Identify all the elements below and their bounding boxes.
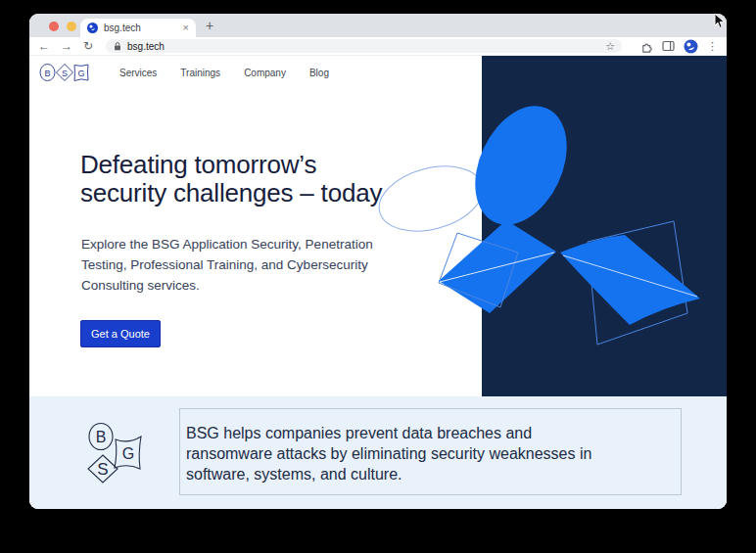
tab-title: bsg.tech <box>104 23 183 33</box>
address-bar[interactable]: bsg.tech ☆ <box>106 39 622 53</box>
nav-link-company[interactable]: Company <box>244 68 286 78</box>
back-icon[interactable]: ← <box>38 40 50 52</box>
screenshot-root: { "browser": { "tab_title": "bsg.tech", … <box>0 0 756 553</box>
browser-window: bsg.tech × + ← → ↻ bsg.tech ☆ <box>29 14 727 509</box>
minimize-window-button[interactable] <box>67 22 76 31</box>
intro-text: BSG helps companies prevent data breache… <box>180 409 681 484</box>
hero-heading: Defeating tomorrow’s security challenges… <box>80 151 382 207</box>
site-header: B S G Services Trainings Company Blog <box>39 62 329 83</box>
intro-section: B S G BSG helps companies prevent data b… <box>29 396 727 509</box>
browser-toolbar: ← → ↻ bsg.tech ☆ <box>29 37 727 56</box>
side-panel-icon[interactable] <box>662 40 675 52</box>
bsg-logo-mark: B S G <box>84 422 149 486</box>
get-a-quote-button[interactable]: Get a Quote <box>80 320 161 347</box>
profile-avatar[interactable] <box>684 39 698 54</box>
hero-section: B S G Services Trainings Company Blog De… <box>29 56 727 396</box>
bookmark-star-icon[interactable]: ☆ <box>605 41 615 52</box>
new-tab-button[interactable]: + <box>206 18 213 33</box>
nav-link-trainings[interactable]: Trainings <box>180 68 220 78</box>
browser-menu-icon[interactable]: ⋮ <box>707 40 718 53</box>
svg-text:B: B <box>44 69 50 78</box>
hero-paragraph: Explore the BSG Application Security, Pe… <box>81 234 373 296</box>
svg-text:S: S <box>97 460 108 479</box>
outline-ellipse-shape <box>372 156 490 242</box>
nav-link-services[interactable]: Services <box>119 68 157 78</box>
forward-icon[interactable]: → <box>61 40 72 52</box>
main-nav: Services Trainings Company Blog <box>119 68 329 78</box>
tab-favicon <box>87 23 98 33</box>
close-tab-icon[interactable]: × <box>183 23 189 33</box>
svg-text:G: G <box>122 445 134 462</box>
intro-text-box: BSG helps companies prevent data breache… <box>179 408 682 495</box>
extensions-puzzle-icon[interactable] <box>640 40 653 53</box>
svg-text:S: S <box>62 69 68 78</box>
reload-icon[interactable]: ↻ <box>83 40 93 52</box>
svg-text:G: G <box>77 69 84 78</box>
nav-link-blog[interactable]: Blog <box>309 68 329 78</box>
url-text: bsg.tech <box>127 41 165 52</box>
tab-strip: bsg.tech × + <box>29 14 727 37</box>
browser-tab[interactable]: bsg.tech × <box>80 19 196 37</box>
close-window-button[interactable] <box>49 22 59 31</box>
page-content: B S G Services Trainings Company Blog De… <box>29 56 727 509</box>
lock-icon <box>113 41 122 52</box>
hero-dark-panel <box>482 56 727 396</box>
svg-text:B: B <box>96 429 107 445</box>
mouse-cursor <box>714 13 726 29</box>
bsg-logo[interactable]: B S G <box>39 62 90 83</box>
